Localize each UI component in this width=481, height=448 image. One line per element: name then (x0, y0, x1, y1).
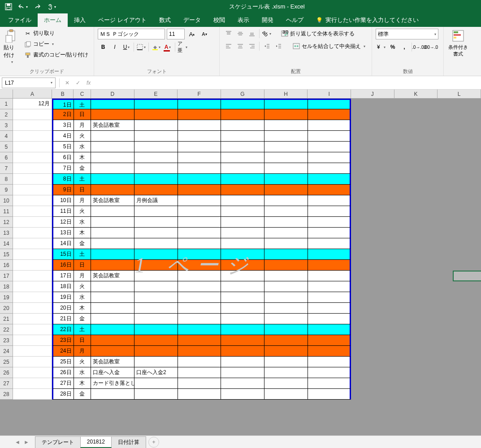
cell-I7[interactable] (308, 163, 351, 174)
cell-K23[interactable] (394, 335, 438, 346)
cell-A8[interactable] (13, 174, 52, 185)
cell-G13[interactable] (221, 228, 264, 238)
col-header-B[interactable]: B (52, 90, 74, 99)
cell-K3[interactable] (394, 120, 438, 131)
cell-I25[interactable] (308, 357, 351, 367)
ribbon-tab-ホーム[interactable]: ホーム (38, 13, 68, 27)
cell-H4[interactable] (264, 131, 308, 142)
cell-E5[interactable] (134, 142, 178, 152)
cell-C7[interactable]: 金 (74, 163, 91, 174)
cell-D17[interactable]: 英会話教室 (91, 271, 134, 281)
cell-C6[interactable]: 木 (74, 152, 91, 163)
cell-H21[interactable] (264, 314, 308, 324)
cell-J3[interactable] (351, 120, 394, 131)
cell-B2[interactable]: 2日 (52, 109, 74, 120)
cell-J22[interactable] (351, 324, 394, 335)
cell-H12[interactable] (264, 217, 308, 228)
accounting-format-button[interactable]: ¥▾ (376, 42, 386, 52)
cell-L17[interactable] (438, 271, 481, 281)
cell-E10[interactable]: 月例会議 (134, 195, 178, 206)
cell-G16[interactable] (221, 260, 264, 271)
cell-A24[interactable] (13, 346, 52, 357)
cell-B20[interactable]: 20日 (52, 303, 74, 314)
cell-J21[interactable] (351, 314, 394, 324)
cell-A13[interactable] (13, 228, 52, 238)
cell-E11[interactable] (134, 206, 178, 217)
col-header-J[interactable]: J (351, 90, 394, 99)
cell-K15[interactable] (394, 249, 438, 260)
cell-K20[interactable] (394, 303, 438, 314)
cell-F17[interactable] (178, 271, 221, 281)
row-header-11[interactable]: 11 (0, 206, 13, 217)
cell-C18[interactable]: 火 (74, 281, 91, 292)
ribbon-tab-ページ レイアウト[interactable]: ページ レイアウト (92, 13, 153, 27)
cell-C21[interactable]: 金 (74, 314, 91, 324)
cell-E4[interactable] (134, 131, 178, 142)
cell-K14[interactable] (394, 238, 438, 249)
row-header-2[interactable]: 2 (0, 109, 13, 120)
font-name-input[interactable] (98, 29, 165, 39)
cell-E22[interactable] (134, 324, 178, 335)
cell-H11[interactable] (264, 206, 308, 217)
cell-L14[interactable] (438, 238, 481, 249)
cell-D26[interactable]: 口座へ入金 (91, 367, 134, 378)
sheet-nav-prev[interactable]: ◄ (13, 439, 22, 445)
cell-J28[interactable] (351, 389, 394, 400)
cell-F3[interactable] (178, 120, 221, 131)
cell-D3[interactable]: 英会話教室 (91, 120, 134, 131)
cell-L19[interactable] (438, 292, 481, 303)
cell-F20[interactable] (178, 303, 221, 314)
cell-F11[interactable] (178, 206, 221, 217)
cell-K11[interactable] (394, 206, 438, 217)
cell-G15[interactable] (221, 249, 264, 260)
font-color-button[interactable]: A▾ (162, 42, 173, 52)
align-top-button[interactable] (223, 29, 234, 39)
cell-B22[interactable]: 22日 (52, 324, 74, 335)
cell-B16[interactable]: 16日 (52, 260, 74, 271)
cell-I17[interactable] (308, 271, 351, 281)
cell-K8[interactable] (394, 174, 438, 185)
cell-L9[interactable] (438, 185, 481, 195)
cell-G24[interactable] (221, 346, 264, 357)
cell-D28[interactable] (91, 389, 134, 400)
ribbon-tab-開発[interactable]: 開発 (256, 13, 280, 27)
cell-K28[interactable] (394, 389, 438, 400)
cell-D11[interactable] (91, 206, 134, 217)
cell-B28[interactable]: 28日 (52, 389, 74, 400)
cell-A9[interactable] (13, 185, 52, 195)
comma-format-button[interactable]: , (399, 42, 410, 52)
cell-K18[interactable] (394, 281, 438, 292)
align-middle-button[interactable] (235, 29, 246, 39)
cell-I27[interactable] (308, 378, 351, 389)
cell-E25[interactable] (134, 357, 178, 367)
cell-J9[interactable] (351, 185, 394, 195)
cell-J1[interactable] (351, 99, 394, 109)
cell-K25[interactable] (394, 357, 438, 367)
cell-F10[interactable] (178, 195, 221, 206)
row-header-7[interactable]: 7 (0, 163, 13, 174)
cell-J14[interactable] (351, 238, 394, 249)
ribbon-tab-ヘルプ[interactable]: ヘルプ (280, 13, 310, 27)
cell-H16[interactable] (264, 260, 308, 271)
cell-I3[interactable] (308, 120, 351, 131)
cell-D6[interactable] (91, 152, 134, 163)
cell-B13[interactable]: 13日 (52, 228, 74, 238)
cell-G6[interactable] (221, 152, 264, 163)
row-header-19[interactable]: 19 (0, 292, 13, 303)
cell-B25[interactable]: 25日 (52, 357, 74, 367)
cell-G20[interactable] (221, 303, 264, 314)
phonetic-button[interactable]: ア亜▾ (177, 42, 188, 52)
cell-E21[interactable] (134, 314, 178, 324)
cell-A15[interactable] (13, 249, 52, 260)
col-header-F[interactable]: F (178, 90, 221, 99)
cell-I4[interactable] (308, 131, 351, 142)
name-box[interactable]: L17▾ (2, 78, 56, 88)
cell-H26[interactable] (264, 367, 308, 378)
cell-H19[interactable] (264, 292, 308, 303)
cell-E18[interactable] (134, 281, 178, 292)
cell-K22[interactable] (394, 324, 438, 335)
cell-H27[interactable] (264, 378, 308, 389)
cell-A14[interactable] (13, 238, 52, 249)
cell-A27[interactable] (13, 378, 52, 389)
cell-K24[interactable] (394, 346, 438, 357)
